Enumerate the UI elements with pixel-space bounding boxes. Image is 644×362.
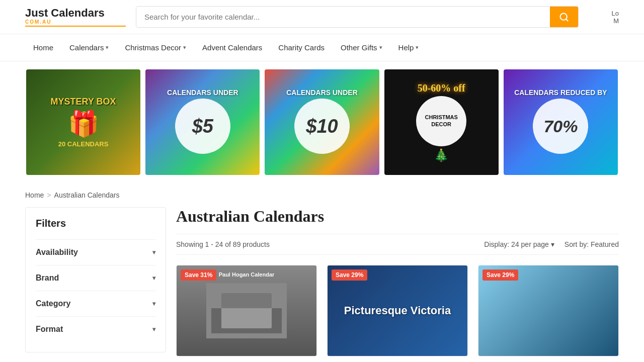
header: Just Calendars COM.AU Lo M [0,0,644,34]
filter-availability-label: Availability [36,248,78,257]
logo-text: Just Calendars [25,7,126,19]
svg-line-1 [566,19,568,21]
banner-mystery-box[interactable]: MYSTERY BOX 🎁 20 CALENDARS [26,69,140,175]
save-badge: Save 29% [332,269,367,281]
breadcrumb-home[interactable]: Home [25,191,44,199]
banner-reduced-top: CALENDARS REDUCED BY [514,88,607,97]
banner-reduced-price: 70% [533,99,588,154]
banner-under-5[interactable]: CALENDARS UNDER $5 [145,69,260,175]
logo-underline [25,26,126,27]
products-grid: Save 31% Paul Hogan Calendar Save 29% [176,265,619,362]
filter-category[interactable]: Category ▾ [36,291,155,316]
header-right: Lo M [589,10,619,25]
banner-under5-price: $5 [175,99,230,154]
filter-brand[interactable]: Brand ▾ [36,265,155,291]
banner-under10-top: CALENDARS UNDER [286,88,358,97]
product-title-overlay: Paul Hogan Calendar [219,272,275,278]
gift-icon: 🎁 [51,109,116,138]
per-page-selector[interactable]: Display: 24 per page ▾ [484,240,554,248]
nav-item-home[interactable]: Home [25,34,61,61]
banner-under10-price: $10 [294,99,350,154]
filter-format[interactable]: Format ▾ [36,316,155,342]
sort-by-label: Sort by: Featured [565,240,619,248]
nav-item-charity-cards[interactable]: Charity Cards [270,34,333,61]
chevron-down-icon: ▾ [152,326,155,333]
products-meta: Showing 1 - 24 of 89 products Display: 2… [176,234,619,255]
nav-item-calendars[interactable]: Calendars ▾ [61,34,117,61]
save-badge: Save 29% [482,269,518,281]
banner-christmas-decor[interactable]: 50-60% off CHRISTMAS DECOR 🎄 [384,69,499,175]
filters-title: Filters [36,218,155,229]
sidebar-filters: Filters Availability ▾ Brand ▾ Category … [25,207,166,352]
chevron-down-icon: ▾ [551,240,554,248]
logo-sub: COM.AU [25,19,126,25]
breadcrumb-separator: > [47,191,51,199]
products-area: Australian Calendars Showing 1 - 24 of 8… [176,207,619,362]
sort-by-selector[interactable]: Sort by: Featured [565,240,619,248]
banner-xmas-label: CHRISTMAS DECOR [416,114,466,127]
product-card-victoria[interactable]: Save 29% Picturesque Victoria [327,265,468,356]
filter-category-label: Category [36,299,70,308]
banner-mystery-subtitle: 20 CALENDARS [51,140,116,148]
banner-reduced-70[interactable]: CALENDARS REDUCED BY 70% [504,69,618,175]
search-icon [559,12,569,22]
product-title-overlay: Picturesque Victoria [339,299,456,322]
chevron-down-icon: ▾ [106,44,109,51]
search-input[interactable] [136,7,550,27]
nav-item-other-gifts[interactable]: Other Gifts ▾ [333,34,390,61]
product-card-paul-hogan[interactable]: Save 31% Paul Hogan Calendar [176,265,317,356]
product-card-coastal[interactable]: Save 29% [478,265,619,356]
christmas-tree-icon: 🎄 [416,148,466,162]
filter-format-label: Format [36,325,63,334]
showing-text: Showing 1 - 24 of 89 products [176,240,270,248]
nav-item-christmas-decor[interactable]: Christmas Decor ▾ [117,34,194,61]
nav-item-help[interactable]: Help ▾ [390,34,427,61]
banner-row: MYSTERY BOX 🎁 20 CALENDARS CALENDARS UND… [0,61,644,183]
banner-mystery-title: MYSTERY BOX [51,97,116,107]
search-bar [136,6,579,28]
main-content: Filters Availability ▾ Brand ▾ Category … [0,207,644,362]
category-title: Australian Calendars [176,207,619,226]
breadcrumb: Home > Australian Calendars [0,183,644,207]
banner-under-10[interactable]: CALENDARS UNDER $10 [265,69,379,175]
logo[interactable]: Just Calendars COM.AU [25,7,126,27]
chevron-down-icon: ▾ [183,44,186,51]
product-image [206,283,287,338]
nav-item-advent-calendars[interactable]: Advent Calendars [194,34,270,61]
main-nav: Home Calendars ▾ Christmas Decor ▾ Adven… [0,34,644,61]
display-label: Display: [484,240,509,248]
search-button[interactable] [550,7,578,27]
svg-rect-5 [221,293,272,308]
per-page-value: 24 per page [511,240,549,248]
banner-xmas-sale: 50-60% off [416,82,466,94]
filter-brand-label: Brand [36,274,59,283]
banner-under5-top: CALENDARS UNDER [167,88,238,97]
breadcrumb-current: Australian Calendars [54,191,120,199]
chevron-down-icon: ▾ [152,249,155,256]
chevron-down-icon: ▾ [152,300,155,307]
chevron-down-icon: ▾ [416,44,419,51]
save-badge: Save 31% [181,269,216,281]
chevron-down-icon: ▾ [152,275,155,282]
chevron-down-icon: ▾ [379,44,382,51]
filter-availability[interactable]: Availability ▾ [36,239,155,265]
